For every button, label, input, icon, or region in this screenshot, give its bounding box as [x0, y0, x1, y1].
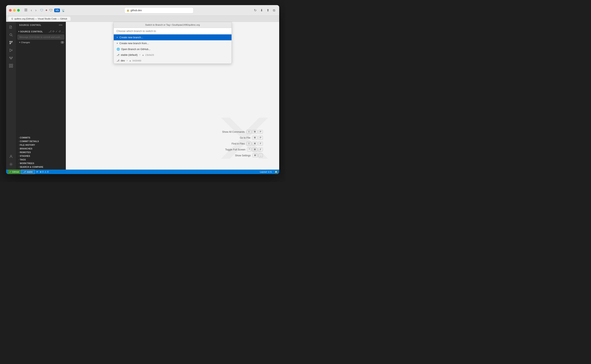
commit-details-chevron-icon: ›	[18, 140, 19, 142]
more-actions-icon[interactable]: •••	[59, 23, 63, 27]
warning-count: 0	[47, 171, 48, 173]
commit-message-input[interactable]	[18, 35, 64, 39]
checkmark-icon[interactable]: ✓	[55, 30, 58, 33]
create-new-branch-option[interactable]: + Create new branch...	[114, 34, 232, 40]
open-branch-github-label: Open Branch on GitHub...	[121, 48, 151, 51]
status-branch-button[interactable]: ⎇ stable	[21, 169, 34, 174]
reload-button[interactable]: ↻	[253, 7, 258, 13]
dev-commit-hash: 9430489	[133, 59, 141, 62]
svg-line-7	[12, 35, 13, 36]
activity-icon-account[interactable]	[7, 153, 15, 160]
sidebar-item-search-compare[interactable]: › SEARCH & COMPARE	[16, 165, 66, 169]
sidebar-toggle-button[interactable]	[23, 7, 29, 13]
sidebar-item-remotes[interactable]: › REMOTES	[16, 150, 66, 154]
open-branch-github-option[interactable]: 🌐 Open Branch on GitHub...	[114, 46, 232, 52]
back-button[interactable]: ‹	[30, 7, 33, 13]
svg-rect-4	[10, 27, 11, 27]
svg-rect-13	[10, 57, 11, 58]
main-area: Switch to Branch or Tag • Southpaw1496/q…	[66, 22, 279, 169]
tags-chevron-icon: ›	[18, 159, 19, 161]
svg-marker-11	[10, 49, 12, 52]
activity-bar	[6, 22, 16, 169]
refresh-icon[interactable]: ↺	[59, 30, 61, 33]
sidebar-item-commit-details[interactable]: › COMMIT DETAILS	[16, 139, 66, 143]
activity-icon-run[interactable]	[7, 47, 15, 54]
error-icon: ⊗	[40, 171, 42, 173]
browser-tab[interactable]: G quiltmc.org [GitHub] — Visual Studio C…	[8, 17, 71, 21]
sync-icon[interactable]: ⟳	[52, 30, 55, 33]
commits-chevron-icon: ›	[18, 136, 19, 139]
status-errors[interactable]: ⊗ 0 ⚠ 0	[40, 171, 48, 173]
svg-rect-23	[11, 66, 13, 68]
status-layout[interactable]: Layout: U.S.	[260, 171, 272, 173]
right-toolbar-icons: ↻ ⬇ ⬆ ⧉	[253, 7, 276, 13]
privacy-icon: 🛡	[49, 9, 53, 12]
sidebar-bottom-sections: › COMMITS › COMMIT DETAILS › FILE HISTOR…	[16, 135, 66, 169]
download-button[interactable]: ⬇	[259, 7, 264, 13]
browser-toolbar-icons: ‹ ›	[23, 7, 38, 13]
sidebar-item-stashes[interactable]: › STASHES	[16, 154, 66, 158]
branch-icon-stable: ⎇	[117, 53, 120, 56]
sidebar-item-worktrees[interactable]: › WORKTREES	[16, 162, 66, 165]
tab-title: quiltmc.org [GitHub] — Visual Studio Cod…	[14, 18, 67, 20]
search-compare-chevron-icon: ›	[18, 166, 19, 168]
activity-icon-search[interactable]	[7, 31, 15, 39]
svg-point-9	[11, 41, 12, 42]
changes-section[interactable]: ▾ Changes 0	[16, 40, 66, 44]
dev-commit-icon: ◈	[129, 60, 131, 62]
source-control-header-icons: ⎇ ⟳ ✓ ↺ …	[48, 30, 64, 33]
sidebar-main-header: SOURCE CONTROL •••	[16, 22, 66, 28]
status-right: Layout: U.S. 🔔	[260, 171, 278, 173]
traffic-lights	[9, 9, 20, 12]
svg-rect-5	[10, 28, 11, 28]
minimize-button[interactable]	[13, 9, 16, 12]
svg-point-25	[11, 164, 12, 165]
rss-icon: 📡	[61, 9, 65, 12]
new-tab-button[interactable]: ⧉	[272, 8, 276, 13]
shield-icon: 🛡	[40, 9, 43, 12]
activity-icon-remote[interactable]	[7, 54, 15, 62]
activity-icon-source-control[interactable]	[7, 39, 15, 46]
activity-icon-settings[interactable]	[7, 161, 15, 168]
plus-icon-2: +	[117, 42, 118, 45]
status-sync-button[interactable]: ⟳	[35, 169, 39, 174]
sidebar-item-branches[interactable]: › BRANCHES	[16, 147, 66, 150]
branch-icon-dev: ⎇	[117, 59, 120, 62]
forward-button[interactable]: ›	[34, 7, 38, 13]
branch-icon[interactable]: ⎇	[48, 30, 52, 33]
globe-icon: 🌐	[117, 48, 120, 51]
sourcegraph-icon: ✦	[45, 8, 48, 12]
maximize-button[interactable]	[17, 9, 20, 12]
tab-vscode-icon: G	[11, 18, 13, 20]
chevron-down-icon: ▾	[18, 30, 19, 32]
error-count: 0	[42, 171, 44, 173]
stable-branch-option[interactable]: ⎇ stable (default) • ◈ 23b9d29	[114, 52, 232, 58]
sidebar-header-icons: •••	[59, 23, 63, 27]
sidebar-item-tags[interactable]: › TAGS	[16, 158, 66, 162]
address-bar-container: 🔒 github.dev	[68, 7, 249, 13]
stable-branch-label: stable (default)	[121, 53, 138, 56]
notification-bell-icon[interactable]: 🔔	[275, 171, 278, 173]
vscode-container: SOURCE CONTROL ••• ▾ SOURCE CONTROL ⎇ ⟳ …	[6, 22, 279, 174]
source-control-header[interactable]: ▾ SOURCE CONTROL ⎇ ⟳ ✓ ↺ …	[16, 29, 66, 34]
create-branch-from-option[interactable]: + Create new branch from...	[114, 40, 232, 46]
sidebar-item-file-history[interactable]: › FILE HISTORY	[16, 143, 66, 147]
svg-rect-22	[9, 66, 11, 68]
branch-switcher-header: Switch to Branch or Tag • Southpaw1496/q…	[114, 22, 232, 28]
more-icon[interactable]: …	[61, 30, 64, 33]
vscode-watermark	[214, 112, 275, 166]
branch-search-input[interactable]	[114, 28, 232, 34]
share-button[interactable]: ⬆	[265, 7, 270, 13]
status-bar: ✓ GitHub ⎇ stable ⟳ ⊗ 0 ⚠ 0 Layout: U.S.…	[6, 169, 279, 174]
svg-rect-20	[9, 64, 11, 65]
close-button[interactable]	[9, 9, 12, 12]
dev-branch-option[interactable]: ⎇ dev • ◈ 9430489	[114, 58, 232, 64]
dev-branch-divider: •	[127, 59, 128, 62]
status-github-button[interactable]: ✓ GitHub	[8, 169, 20, 174]
activity-icon-extensions[interactable]	[7, 62, 15, 69]
sidebar-item-commits[interactable]: › COMMITS	[16, 136, 66, 139]
activity-icon-files[interactable]	[7, 23, 15, 31]
address-bar[interactable]: 🔒 github.dev	[124, 7, 194, 13]
sidebar-header-title: SOURCE CONTROL	[19, 24, 41, 26]
svg-rect-14	[12, 57, 13, 58]
